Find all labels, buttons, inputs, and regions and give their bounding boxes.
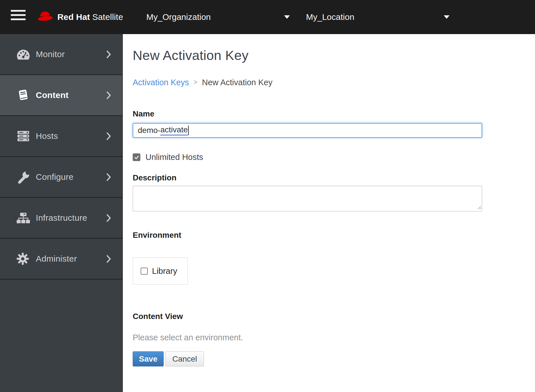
name-input[interactable]: demo-activate — [133, 123, 482, 138]
breadcrumb-activation-keys-link[interactable]: Activation Keys — [133, 78, 189, 87]
brand: Red HatSatellite — [37, 0, 123, 34]
sidebar-item-hosts[interactable]: Hosts — [0, 116, 122, 157]
text-cursor — [188, 126, 189, 135]
main-content: New Activation Key Activation Keys > New… — [123, 34, 535, 392]
name-input-value-misspelled: activate — [160, 125, 188, 135]
sidebar-item-label: Infrastructure — [36, 213, 106, 223]
topbar: Red HatSatellite My_Organization My_Loca… — [0, 0, 535, 34]
sidebar-item-configure[interactable]: Configure — [0, 157, 122, 198]
breadcrumb-current: New Activation Key — [202, 78, 272, 87]
wrench-icon — [16, 170, 32, 184]
breadcrumb-separator-icon: > — [193, 78, 197, 86]
cancel-button[interactable]: Cancel — [165, 351, 204, 366]
name-input-value: demo- — [138, 126, 160, 135]
chevron-right-icon — [106, 132, 111, 141]
name-label: Name — [133, 109, 535, 118]
chevron-right-icon — [106, 255, 111, 263]
sidebar-item-infrastructure[interactable]: Infrastructure — [0, 198, 122, 239]
organization-selector[interactable]: My_Organization — [146, 0, 290, 34]
content-view-label: Content View — [133, 312, 535, 321]
form-actions: Save Cancel — [133, 351, 535, 366]
chevron-right-icon — [106, 173, 111, 182]
unlimited-hosts-label: Unlimited Hosts — [145, 153, 203, 162]
page-title: New Activation Key — [133, 47, 535, 64]
location-selector[interactable]: My_Location — [306, 0, 449, 34]
organization-selector-value: My_Organization — [146, 12, 211, 22]
server-icon — [16, 130, 32, 143]
save-button[interactable]: Save — [133, 351, 164, 366]
book-icon — [16, 88, 32, 102]
location-selector-value: My_Location — [306, 12, 354, 22]
sidebar-item-label: Configure — [36, 172, 106, 182]
sidebar-nav: Monitor Content — [0, 34, 123, 392]
sitemap-icon — [16, 212, 32, 224]
unlimited-hosts-checkbox[interactable] — [133, 153, 140, 161]
brand-title-bold: Red Hat — [57, 12, 90, 22]
sidebar-item-content[interactable]: Content — [0, 75, 122, 116]
sidebar-item-label: Monitor — [36, 49, 106, 59]
library-label: Library — [152, 266, 177, 276]
menu-toggle-button[interactable] — [11, 9, 26, 21]
environment-library-box: Library — [133, 257, 188, 285]
tachometer-icon — [16, 48, 32, 61]
sidebar-item-label: Hosts — [36, 131, 106, 141]
chevron-right-icon — [106, 214, 111, 222]
gear-icon — [16, 252, 32, 266]
description-label: Description — [133, 173, 535, 182]
caret-down-icon — [444, 15, 449, 19]
redhat-fedora-logo-icon — [37, 10, 53, 24]
sidebar-item-label: Administer — [36, 254, 106, 264]
chevron-right-icon — [106, 50, 111, 59]
chevron-right-icon — [106, 91, 111, 100]
caret-down-icon — [284, 15, 290, 19]
environment-label: Environment — [133, 231, 535, 240]
content-view-hint: Please select an environment. — [133, 333, 535, 342]
brand-title-product: Satellite — [92, 12, 123, 22]
resize-handle-icon[interactable] — [478, 205, 481, 210]
checkmark-icon — [134, 154, 140, 160]
sidebar-item-administer[interactable]: Administer — [0, 239, 122, 280]
sidebar-item-label: Content — [36, 90, 106, 100]
description-textarea[interactable] — [133, 186, 482, 211]
unlimited-hosts-row: Unlimited Hosts — [133, 153, 535, 162]
breadcrumb: Activation Keys > New Activation Key — [133, 78, 535, 87]
sidebar-item-monitor[interactable]: Monitor — [0, 34, 122, 75]
library-checkbox[interactable] — [141, 268, 148, 275]
brand-title: Red HatSatellite — [57, 12, 123, 22]
